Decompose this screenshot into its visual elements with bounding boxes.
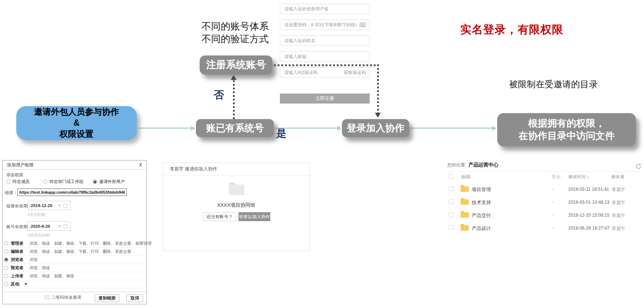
radio-external-user[interactable]: 邀请外部用户 xyxy=(93,179,125,185)
username-input[interactable] xyxy=(284,6,366,12)
name-input[interactable] xyxy=(284,38,366,44)
folder-icon xyxy=(461,212,469,218)
role-name: 管理者 xyxy=(11,241,27,246)
radio-icon[interactable] xyxy=(4,274,8,278)
radio-specific-member[interactable]: 特定成员 xyxy=(6,179,30,185)
folder-size: - xyxy=(552,225,553,230)
radio-icon-selected[interactable] xyxy=(4,258,8,262)
radio-icon[interactable] xyxy=(4,250,8,254)
radio-icon-selected[interactable] xyxy=(93,180,97,184)
role-row-admin[interactable]: 管理者 浏览、阅读、创建、修改、下载、打印、删除、更改位置、权限管理 xyxy=(4,239,143,248)
folder-modified: 2018-06-26 16:27:47 xyxy=(568,226,609,231)
username-field-wrap xyxy=(280,4,370,14)
flow-arrow-line xyxy=(275,128,337,129)
role-name: 上传者 xyxy=(11,273,27,279)
refresh-icon[interactable] xyxy=(635,163,642,170)
radio-icon[interactable] xyxy=(43,180,47,184)
folder-size: - xyxy=(552,212,553,217)
row-checkbox[interactable] xyxy=(449,199,454,204)
copy-link-button[interactable]: 复制链接 xyxy=(95,294,119,302)
column-header-modified[interactable]: 修改时间↓ xyxy=(568,174,589,180)
role-row-other[interactable]: 其他 xyxy=(4,280,143,288)
dropdown-caret-icon[interactable] xyxy=(24,283,27,285)
sort-desc-icon[interactable]: ↓ xyxy=(587,174,589,179)
role-row-previewer[interactable]: 预览者 浏览、阅读 xyxy=(4,264,143,272)
folder-name[interactable]: 技术支持 xyxy=(472,199,491,206)
add-permission-label: 添加权限 xyxy=(6,172,23,178)
select-all-checkbox[interactable] xyxy=(449,174,454,179)
account-expiry-datebox[interactable]: 2020-6-20 × xyxy=(28,221,71,231)
get-code-button[interactable]: 获取验证码 xyxy=(344,70,366,76)
flow-arrow-line xyxy=(410,128,492,129)
row-checkbox[interactable] xyxy=(449,186,454,191)
invite-card-header: 李晨宇 邀请你加入协作 xyxy=(163,163,309,176)
folder-name[interactable]: 产品交付 xyxy=(472,212,491,219)
slide-canvas: 不同的账号体系 不同的验证方式 实名登录，有限权限 被限制在受邀请的目录 否 是… xyxy=(0,0,644,308)
close-icon[interactable]: X xyxy=(139,162,142,167)
radio-label: 特定部门或工作组 xyxy=(50,179,84,185)
name-field-wrap xyxy=(280,35,370,46)
share-link-input[interactable] xyxy=(17,189,127,196)
location-value[interactable]: 产品运营中心 xyxy=(468,162,498,168)
project-group-name: XXXX项目协同组 xyxy=(163,202,309,209)
label-no: 否 xyxy=(214,88,224,102)
folder-size: - xyxy=(552,186,553,192)
table-row[interactable]: 技术支持 - 2019-03-01 10:48:13 李晨宇 xyxy=(445,196,642,209)
folder-name[interactable]: 产品设计 xyxy=(472,225,491,232)
radio-icon[interactable] xyxy=(4,266,8,270)
role-perms: 浏览、阅读、创建、修改、下载、打印、删除、更改位置、权限管理 xyxy=(30,241,152,246)
table-row[interactable]: 产品交付 - 2018-12-20 15:08:15 李晨宇 xyxy=(445,209,642,221)
password-field-wrap xyxy=(280,20,370,30)
role-name: 浏览者 xyxy=(11,257,27,263)
dialog-title: 添加用户权限 xyxy=(3,160,146,170)
email-input[interactable] xyxy=(284,54,366,60)
radio-icon[interactable] xyxy=(6,180,10,184)
no-account-button[interactable]: 还没有帐号？ xyxy=(203,212,236,221)
role-perms: 浏览、阅读 xyxy=(30,265,50,271)
clear-x-icon[interactable]: × xyxy=(58,224,61,229)
collab-invite-card: 李晨宇 邀请你加入协作 XXXX项目协同组 还没有帐号？ 登录以加入协作 xyxy=(163,163,310,251)
role-perms: 浏览、阅读、创建、修改 xyxy=(30,273,74,279)
folder-modifier: 李晨宇 xyxy=(612,226,625,232)
folder-modified: 2019-03-01 10:48:13 xyxy=(568,200,609,205)
role-name: 编辑者 xyxy=(11,249,27,254)
folder-name[interactable]: 项目管理 xyxy=(472,186,491,193)
radio-icon[interactable] xyxy=(4,282,8,286)
row-checkbox[interactable] xyxy=(449,225,454,230)
radio-department-group[interactable]: 特定部门或工作组 xyxy=(43,179,84,185)
date-value: 2020-6-20 xyxy=(31,224,55,229)
node-line: 根据拥有的权限， xyxy=(528,117,605,130)
calendar-icon[interactable] xyxy=(63,224,68,229)
clear-x-icon[interactable]: × xyxy=(58,203,61,208)
calendar-icon[interactable] xyxy=(63,203,68,208)
folder-modifier: 李晨宇 xyxy=(612,213,625,219)
annotation-restricted-dir: 被限制在受邀请的目录 xyxy=(509,78,598,90)
folder-modified: 2019-03-11 18:51:41 xyxy=(568,187,609,192)
table-row[interactable]: 项目管理 - 2019-03-11 18:51:41 李晨宇 xyxy=(445,183,642,196)
qr-quick-invite[interactable]: 二维码快速邀请 xyxy=(45,295,81,300)
role-row-editor[interactable]: 编辑者 浏览、阅读、创建、修改、下载、打印、删除、更改位置 xyxy=(4,247,143,256)
role-row-uploader[interactable]: 上传者 浏览、阅读、创建、修改 xyxy=(4,272,143,280)
table-row[interactable]: 产品设计 - 2018-06-26 16:27:47 李晨宇 xyxy=(445,221,642,234)
radio-icon[interactable] xyxy=(4,241,8,246)
folder-modifier: 李晨宇 xyxy=(612,200,625,206)
dotted-arrow-register-drop xyxy=(377,64,379,113)
verification-code-input[interactable] xyxy=(284,70,342,75)
register-submit-button[interactable]: 立即注册 xyxy=(280,94,370,104)
folder-icon xyxy=(461,199,469,205)
dialog-footer: 二维码快速邀请 复制链接 取消 xyxy=(3,292,146,304)
login-to-join-button[interactable]: 登录以加入协作 xyxy=(238,212,270,221)
breadcrumb: 您的位置: 产品运营中心 xyxy=(447,162,498,168)
folder-icon xyxy=(461,186,469,192)
code-field-wrap: 获取验证码 xyxy=(280,67,370,78)
cancel-button[interactable]: 取消 xyxy=(126,294,143,302)
annotation-account-systems: 不同的账号体系 不同的验证方式 xyxy=(201,20,269,45)
password-input[interactable] xyxy=(284,22,357,28)
link-expiry-hint: 5天后到期 xyxy=(28,212,45,217)
role-row-viewer[interactable]: 浏览者 浏览 xyxy=(4,255,143,264)
link-expiry-datebox[interactable]: 2019-12-25 × xyxy=(28,201,71,210)
dotted-arrow-no-head xyxy=(231,75,237,80)
node-invite-outsourcing: 邀请外包人员参与协作 & 权限设置 xyxy=(16,106,137,140)
row-checkbox[interactable] xyxy=(449,212,454,217)
flow-arrow-line xyxy=(138,128,191,129)
